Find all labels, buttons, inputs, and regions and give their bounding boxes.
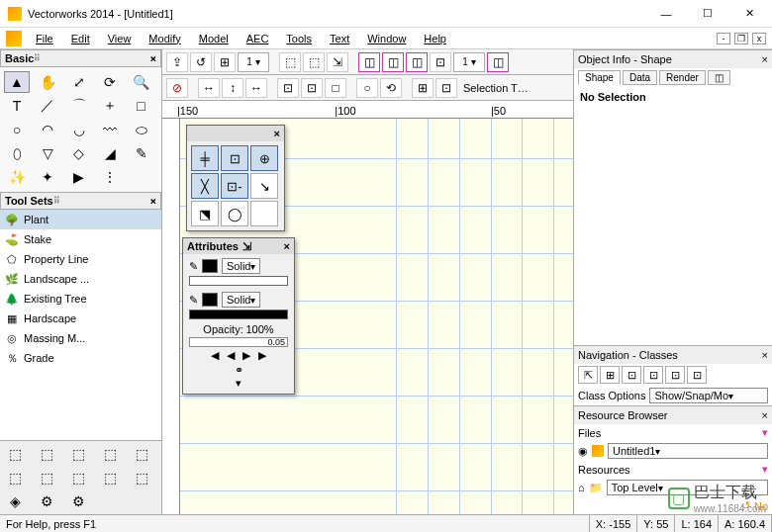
tab-extra[interactable]: ◫ bbox=[708, 70, 730, 85]
resource-browser-header[interactable]: Resource Browser × bbox=[574, 406, 772, 424]
attr-last-icon[interactable]: ▶ bbox=[258, 349, 266, 362]
ts-btn-5[interactable]: ⬚ bbox=[130, 443, 155, 465]
play-tool[interactable]: ▶ bbox=[66, 166, 92, 188]
mode-btn-7[interactable]: □ bbox=[325, 78, 346, 98]
object-info-header[interactable]: Object Info - Shape × bbox=[574, 50, 772, 68]
mode-btn-10[interactable]: ⊞ bbox=[412, 78, 434, 98]
toolset-existing-tree[interactable]: 🌲Existing Tree bbox=[0, 289, 161, 309]
star-tool[interactable]: ✦ bbox=[35, 166, 60, 188]
menu-text[interactable]: Text bbox=[322, 31, 357, 46]
ts-btn-3[interactable]: ⬚ bbox=[65, 443, 91, 465]
snap-tangent-btn[interactable]: ◯ bbox=[221, 201, 248, 226]
menu-modify[interactable]: Modify bbox=[141, 31, 188, 46]
magic-wand-tool[interactable]: ✨ bbox=[4, 166, 30, 188]
snap-edge-btn[interactable]: ⬔ bbox=[191, 201, 219, 226]
pencil-tool[interactable]: ✎ bbox=[129, 142, 154, 164]
line-weight-slider[interactable]: 0.05 bbox=[189, 337, 288, 347]
line-type-dropdown[interactable]: Solid ▾ bbox=[222, 292, 260, 308]
attr-first-icon[interactable]: ◀ bbox=[211, 349, 219, 362]
mode-btn-8[interactable]: ○ bbox=[356, 78, 378, 98]
menu-window[interactable]: Window bbox=[359, 31, 414, 46]
mode-btn-6[interactable]: ⊡ bbox=[301, 78, 323, 98]
menu-view[interactable]: View bbox=[100, 31, 140, 46]
toolset-plant[interactable]: 🌳Plant bbox=[0, 210, 161, 229]
oval-tool[interactable]: ◠ bbox=[35, 119, 60, 140]
ts-btn-4[interactable]: ⬚ bbox=[98, 443, 124, 465]
pan-tool[interactable]: ✋ bbox=[35, 71, 60, 93]
view-btn-8[interactable]: ◫ bbox=[358, 52, 380, 72]
mdi-close[interactable]: x bbox=[752, 33, 766, 44]
toolsets-close-icon[interactable]: × bbox=[149, 195, 156, 208]
polygon-tool[interactable]: ◇ bbox=[66, 142, 92, 164]
nav-btn-5[interactable]: ⊡ bbox=[665, 366, 685, 384]
snap-grid-btn[interactable]: ╪ bbox=[191, 145, 219, 171]
oval2-tool[interactable]: ⬯ bbox=[4, 142, 30, 164]
nav-btn-6[interactable]: ⊡ bbox=[687, 366, 707, 384]
ts-btn-7[interactable]: ⬚ bbox=[34, 467, 59, 488]
mode-btn-1[interactable]: ⊘ bbox=[166, 78, 188, 98]
line-pen-icon[interactable]: ✎ bbox=[189, 294, 198, 307]
attr-prev-icon[interactable]: ◀ bbox=[227, 349, 235, 362]
ts-btn-6[interactable]: ⬚ bbox=[2, 467, 28, 488]
ts-btn-1[interactable]: ⬚ bbox=[2, 443, 28, 465]
view-btn-7[interactable]: ⇲ bbox=[327, 52, 348, 72]
selection-tool[interactable]: ▲ bbox=[4, 71, 30, 93]
toolset-stake[interactable]: ⛳Stake bbox=[0, 229, 161, 249]
line-tool[interactable]: ／ bbox=[35, 95, 60, 117]
files-dropdown-icon[interactable]: ▾ bbox=[762, 426, 768, 439]
menu-tools[interactable]: Tools bbox=[278, 31, 320, 46]
snap-close-icon[interactable]: × bbox=[274, 128, 280, 139]
circle-tool[interactable]: ○ bbox=[4, 119, 30, 140]
nav-btn-2[interactable]: ⊞ bbox=[600, 366, 620, 384]
drawing-canvas[interactable]: × ╪ ⊡ ⊕ ╳ ⊡- ↘ ⬔ ◯ bbox=[180, 119, 573, 514]
menu-model[interactable]: Model bbox=[191, 31, 237, 46]
tab-data[interactable]: Data bbox=[623, 70, 657, 85]
ts-btn-10[interactable]: ⬚ bbox=[130, 467, 155, 488]
rectangle-tool[interactable]: □ bbox=[129, 95, 154, 117]
toolsets-panel-header[interactable]: Tool Sets ⠿ × bbox=[0, 192, 161, 210]
triangle-tool[interactable]: ▽ bbox=[35, 142, 60, 164]
maximize-button[interactable]: ☐ bbox=[693, 4, 723, 24]
view-btn-9[interactable]: ◫ bbox=[382, 52, 404, 72]
resource-browser-close-icon[interactable]: × bbox=[762, 409, 768, 421]
file-dropdown[interactable]: Untitled1▾ bbox=[608, 443, 768, 459]
panel-grip-icon[interactable]: ⠿ bbox=[53, 196, 61, 206]
snap-object-btn[interactable]: ⊡ bbox=[221, 145, 248, 171]
snap-intersect-btn[interactable]: ╳ bbox=[191, 173, 219, 199]
polyline-tool[interactable]: 〰 bbox=[97, 119, 123, 140]
view-btn-11[interactable]: ⊡ bbox=[430, 52, 451, 72]
attributes-header[interactable]: Attributes ⇲ × bbox=[183, 238, 294, 254]
mode-btn-3[interactable]: ↕ bbox=[222, 78, 243, 98]
nav-btn-4[interactable]: ⊡ bbox=[643, 366, 663, 384]
close-button[interactable]: ✕ bbox=[734, 4, 764, 24]
fill-preview[interactable] bbox=[189, 276, 288, 286]
navigation-header[interactable]: Navigation - Classes × bbox=[574, 346, 772, 364]
mode-btn-4[interactable]: ↔ bbox=[245, 78, 267, 98]
nav-btn-1[interactable]: ⇱ bbox=[578, 366, 598, 384]
view-btn-6[interactable]: ⬚ bbox=[303, 52, 325, 72]
ts-btn-9[interactable]: ⬚ bbox=[98, 467, 124, 488]
snap-angle-btn[interactable]: ⊕ bbox=[250, 145, 278, 171]
view-btn-3[interactable]: ⊞ bbox=[214, 52, 236, 72]
line-color-swatch[interactable] bbox=[202, 293, 218, 307]
attributes-pin-icon[interactable]: ⇲ bbox=[242, 240, 251, 253]
arc-tool[interactable]: ⌒ bbox=[66, 95, 92, 117]
attr-next-icon[interactable]: ▶ bbox=[242, 349, 250, 362]
freehand-tool[interactable]: ◡ bbox=[66, 119, 92, 140]
menu-file[interactable]: File bbox=[28, 31, 61, 46]
panel-grip-icon[interactable]: ⠿ bbox=[34, 53, 42, 63]
fill-color-swatch[interactable] bbox=[202, 259, 218, 273]
tab-render[interactable]: Render bbox=[659, 70, 706, 85]
rotate-view-tool[interactable]: ⟳ bbox=[97, 71, 123, 93]
attributes-close-icon[interactable]: × bbox=[284, 240, 290, 252]
attr-menu-icon[interactable]: ▾ bbox=[236, 377, 241, 390]
scale-dropdown[interactable]: 1 ▾ bbox=[238, 52, 269, 72]
ts-btn-2[interactable]: ⬚ bbox=[34, 443, 59, 465]
snap-palette-header[interactable]: × bbox=[187, 126, 284, 141]
ts-btn-13[interactable]: ⚙ bbox=[65, 490, 91, 512]
ts-btn-11[interactable]: ◈ bbox=[2, 490, 28, 512]
view-btn-12[interactable]: ◫ bbox=[487, 52, 509, 72]
view-btn-1[interactable]: ⇪ bbox=[166, 52, 188, 72]
toolset-massing[interactable]: ◎Massing M... bbox=[0, 328, 161, 348]
toolset-property-line[interactable]: ⬠Property Line bbox=[0, 249, 161, 269]
